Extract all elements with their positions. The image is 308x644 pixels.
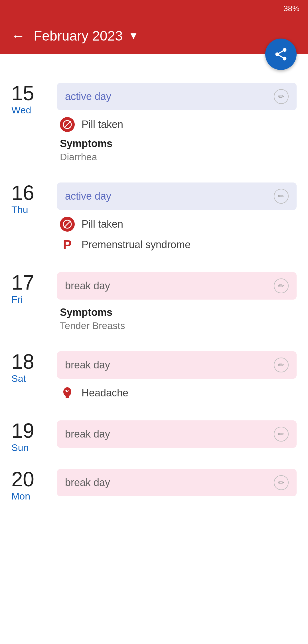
day-weekday-16: Thu: [11, 204, 51, 215]
day-label-16: 16Thu: [11, 182, 57, 215]
pill-svg: [62, 119, 72, 130]
edit-button-19[interactable]: ✏: [274, 427, 289, 442]
day-weekday-19: Sun: [11, 442, 51, 453]
pill-taken-text-15: Pill taken: [82, 119, 123, 131]
pencil-icon-15: ✏: [278, 92, 284, 101]
pill-icon-16: [60, 217, 75, 232]
headache-item-18: Headache: [57, 386, 297, 400]
month-title: February 2023: [34, 28, 123, 44]
day-number-16: 16: [11, 182, 51, 203]
day-weekday-17: Fri: [11, 294, 51, 305]
pms-text-16: Premenstrual syndrome: [82, 239, 191, 251]
svg-line-3: [64, 221, 70, 227]
month-dropdown-button[interactable]: ▼: [128, 30, 139, 42]
pencil-icon-16: ✏: [278, 192, 284, 201]
day-number-19: 19: [11, 420, 51, 441]
day-type-label-18: break day: [65, 359, 110, 371]
day-number-20: 20: [11, 469, 51, 489]
day-type-label-15: active day: [65, 91, 111, 103]
pencil-icon-17: ✏: [278, 282, 284, 290]
headache-icon-18: [60, 386, 75, 400]
pill-item-15-0: Pill taken: [57, 117, 297, 132]
pencil-icon-20: ✏: [278, 478, 284, 487]
day-label-18: 18Sat: [11, 351, 57, 384]
main-content: 15Wedactive day✏ Pill takenSymptomsDiarr…: [0, 71, 308, 529]
pencil-icon-18: ✏: [278, 361, 284, 370]
day-entry-16: 16Thuactive day✏ Pill takenPPremenstrual…: [11, 182, 297, 258]
head-silhouette-icon: [60, 386, 74, 400]
back-button[interactable]: ←: [11, 28, 25, 44]
day-type-badge-17[interactable]: break day✏: [57, 272, 297, 300]
share-button[interactable]: [265, 39, 297, 70]
day-details-18: break day✏ Headache: [57, 351, 297, 406]
day-label-15: 15Wed: [11, 83, 57, 116]
day-type-badge-18[interactable]: break day✏: [57, 351, 297, 379]
edit-button-16[interactable]: ✏: [274, 189, 289, 204]
day-type-badge-19[interactable]: break day✏: [57, 420, 297, 448]
symptoms-title-15: Symptoms: [60, 138, 297, 150]
day-type-label-17: break day: [65, 280, 110, 292]
edit-button-17[interactable]: ✏: [274, 278, 289, 293]
day-type-label-16: active day: [65, 190, 111, 202]
day-label-19: 19Sun: [11, 420, 57, 453]
edit-button-20[interactable]: ✏: [274, 475, 289, 490]
day-details-15: active day✏ Pill takenSymptomsDiarrhea: [57, 83, 297, 168]
day-entry-17: 17Fribreak day✏SymptomsTender Breasts: [11, 272, 297, 337]
day-type-badge-20[interactable]: break day✏: [57, 469, 297, 496]
day-weekday-15: Wed: [11, 105, 51, 116]
day-number-17: 17: [11, 272, 51, 293]
day-details-19: break day✏: [57, 420, 297, 455]
symptoms-block-15-1: SymptomsDiarrhea: [57, 138, 297, 162]
pill-icon-15: [60, 117, 75, 132]
day-details-16: active day✏ Pill takenPPremenstrual synd…: [57, 182, 297, 258]
symptoms-title-17: Symptoms: [60, 306, 297, 318]
pencil-icon-19: ✏: [278, 430, 284, 439]
battery-indicator: 38%: [283, 4, 299, 13]
symptoms-detail-15: Diarrhea: [60, 151, 297, 162]
day-type-label-19: break day: [65, 428, 110, 440]
day-weekday-20: Mon: [11, 491, 51, 502]
day-type-label-20: break day: [65, 477, 110, 489]
days-list: 15Wedactive day✏ Pill takenSymptomsDiarr…: [11, 83, 297, 503]
day-number-15: 15: [11, 83, 51, 103]
share-icon: [273, 47, 288, 62]
symptoms-block-17-0: SymptomsTender Breasts: [57, 306, 297, 331]
day-type-badge-16[interactable]: active day✏: [57, 182, 297, 210]
day-label-17: 17Fri: [11, 272, 57, 305]
headache-text-18: Headache: [82, 387, 128, 399]
edit-button-15[interactable]: ✏: [274, 89, 289, 104]
svg-rect-5: [66, 396, 69, 398]
day-type-badge-15[interactable]: active day✏: [57, 83, 297, 110]
svg-line-1: [64, 121, 70, 128]
pms-p-letter: P: [63, 237, 72, 252]
pill-item-16-0: Pill taken: [57, 217, 297, 232]
pill-svg: [62, 219, 72, 229]
day-details-20: break day✏: [57, 469, 297, 503]
status-bar: 38%: [0, 0, 308, 17]
day-entry-19: 19Sunbreak day✏: [11, 420, 297, 455]
day-entry-18: 18Satbreak day✏ Headache: [11, 351, 297, 406]
pill-taken-text-16: Pill taken: [82, 218, 123, 230]
symptoms-detail-17: Tender Breasts: [60, 320, 297, 331]
day-details-17: break day✏SymptomsTender Breasts: [57, 272, 297, 337]
day-entry-20: 20Monbreak day✏: [11, 469, 297, 503]
day-entry-15: 15Wedactive day✏ Pill takenSymptomsDiarr…: [11, 83, 297, 168]
edit-button-18[interactable]: ✏: [274, 358, 289, 372]
pms-item-16: PPremenstrual syndrome: [57, 237, 297, 252]
day-label-20: 20Mon: [11, 469, 57, 502]
pms-icon-16: P: [60, 237, 75, 252]
day-weekday-18: Sat: [11, 373, 51, 384]
app-header: ← February 2023 ▼: [0, 17, 308, 54]
day-number-18: 18: [11, 351, 51, 372]
